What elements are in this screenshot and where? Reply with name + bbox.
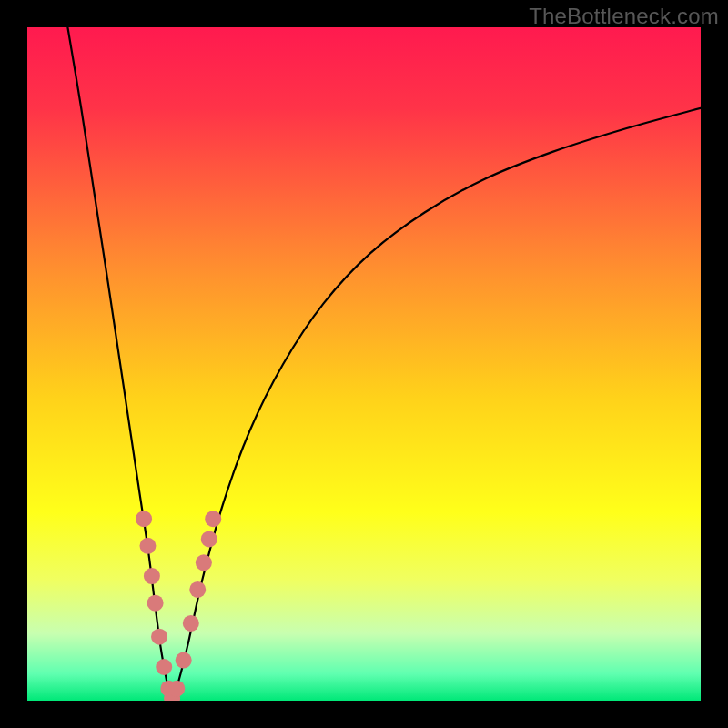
chart-svg (27, 27, 701, 701)
data-marker (205, 511, 221, 527)
data-marker (168, 681, 185, 697)
data-marker (151, 629, 167, 645)
data-marker (176, 652, 192, 669)
chart-frame (27, 27, 701, 701)
chart-background (27, 27, 701, 701)
data-marker (196, 554, 212, 571)
data-marker (183, 615, 199, 632)
data-marker (139, 538, 156, 554)
data-marker (147, 595, 164, 612)
data-marker (156, 659, 172, 675)
watermark-text: TheBottleneck.com (529, 4, 719, 29)
data-marker (201, 531, 217, 547)
data-marker (136, 511, 152, 527)
data-marker (189, 581, 206, 598)
data-marker (144, 568, 160, 584)
